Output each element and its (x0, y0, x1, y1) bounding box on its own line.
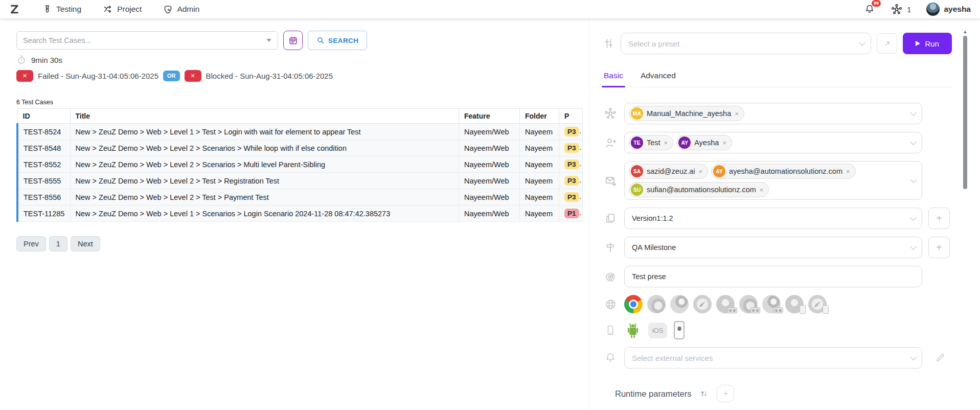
test-tube-icon (42, 5, 52, 14)
search-button-label: SEARCH (328, 37, 358, 44)
browser-safari-icon[interactable] (693, 295, 712, 313)
or-operator-badge[interactable]: OR (163, 71, 180, 81)
browser-firefox-icon[interactable] (647, 295, 666, 313)
tab-basic[interactable]: Basic (604, 71, 623, 87)
panel-scrollbar[interactable]: ▲ (963, 30, 968, 410)
chip-close-icon[interactable] (699, 168, 703, 175)
browser-chrome-headless-icon[interactable] (716, 295, 735, 313)
test-title-link[interactable]: New > ZeuZ Demo > Web > Level 2 > Scenar… (70, 156, 459, 173)
table-row[interactable]: TEST-8524 New > ZeuZ Demo > Web > Level … (17, 124, 583, 140)
browser-firefox-headless-icon[interactable] (739, 295, 758, 313)
preset-name-field[interactable] (624, 266, 922, 287)
priority-badge: P3 (564, 176, 579, 186)
panel-tabs: Basic Advanced (603, 71, 952, 87)
test-id-link[interactable]: TEST-8524 (17, 124, 70, 140)
emails-select[interactable]: SA sazid@zeuz.ai AY ayesha@automationsol… (624, 161, 922, 200)
chip-close-icon[interactable] (735, 110, 739, 118)
copy-icon (603, 212, 618, 224)
external-services-select[interactable]: Select external services (624, 347, 922, 369)
chip-avatar: AY (678, 136, 691, 149)
add-runtime-parameter-button[interactable] (717, 385, 734, 402)
test-cases-section: SEARCH 9min 30s Failed - Sun-Aug-31-04:0… (0, 18, 589, 410)
version-select[interactable]: Version1:1.2 (624, 208, 922, 229)
person-plus-icon (603, 136, 618, 149)
scrollbar-thumb[interactable] (963, 36, 967, 189)
table-row[interactable]: TEST-8548 New > ZeuZ Demo > Web > Level … (17, 140, 583, 156)
blocked-status-label: Blocked - Sun-Aug-31-04:05:06-2025 (206, 72, 333, 80)
bell-outline-icon (603, 352, 618, 364)
nav-item-project[interactable]: Project (103, 4, 142, 14)
sessions-indicator[interactable]: 1 (891, 3, 911, 15)
machine-row: MA Manual_Machine_ayesha (603, 103, 952, 124)
test-title-link[interactable]: New > ZeuZ Demo > Web > Level 2 > Test >… (70, 189, 459, 206)
edit-services-button[interactable] (928, 353, 952, 363)
user-chip: AY Ayesha (676, 135, 732, 150)
table-row[interactable]: TEST-8555 New > ZeuZ Demo > Web > Level … (17, 173, 583, 189)
priority-badge: P3 (564, 127, 579, 136)
milestone-select[interactable]: QA Milestone (624, 237, 922, 258)
test-id-link[interactable]: TEST-8552 (17, 156, 70, 173)
test-id-link[interactable]: TEST-11285 (17, 206, 70, 222)
priority-cell: P3 (559, 140, 583, 156)
browser-safari-windows-icon[interactable] (808, 295, 827, 313)
open-preset-button[interactable] (877, 33, 897, 54)
next-page-button[interactable]: Next (71, 236, 100, 252)
user-menu[interactable]: ayesha (926, 3, 971, 16)
folder-cell: Nayeem (520, 173, 559, 189)
search-test-cases-select[interactable] (16, 31, 278, 50)
chevron-down-icon (910, 243, 917, 250)
android-icon[interactable] (624, 321, 642, 339)
browser-chrome-windows-icon[interactable] (785, 295, 804, 313)
page-1-button[interactable]: 1 (49, 236, 67, 252)
ios-icon[interactable]: iOS (648, 323, 667, 338)
user-name: ayesha (944, 5, 971, 14)
mobile-icon (603, 324, 618, 336)
users-select[interactable]: TE Test AY Ayesha (624, 132, 922, 153)
nav-item-testing[interactable]: Testing (42, 5, 81, 14)
browser-chrome-icon[interactable] (624, 295, 643, 313)
add-milestone-button[interactable] (928, 237, 950, 258)
chip-close-icon[interactable] (722, 139, 726, 147)
failed-status-icon[interactable] (16, 70, 33, 82)
user-chip: TE Test (629, 135, 673, 150)
chip-close-icon[interactable] (760, 186, 764, 194)
table-row[interactable]: TEST-8552 New > ZeuZ Demo > Web > Level … (17, 156, 583, 173)
iphone-icon[interactable] (674, 321, 685, 339)
test-id-link[interactable]: TEST-8556 (17, 189, 70, 206)
chip-close-icon[interactable] (846, 168, 850, 175)
chip-close-icon[interactable] (664, 139, 668, 147)
chevron-down-icon (910, 214, 917, 221)
folder-cell: Nayeem (520, 206, 559, 222)
scrollbar-up-arrow[interactable]: ▲ (963, 30, 968, 34)
test-id-link[interactable]: TEST-8548 (17, 140, 70, 156)
calendar-button[interactable] (283, 31, 303, 50)
table-row[interactable]: TEST-11285 New > ZeuZ Demo > Web > Level… (17, 206, 583, 222)
browser-edge-icon[interactable] (670, 295, 689, 313)
route-icon (103, 4, 113, 14)
table-row[interactable]: TEST-8556 New > ZeuZ Demo > Web > Level … (17, 189, 583, 206)
add-version-button[interactable] (928, 208, 950, 229)
tab-advanced[interactable]: Advanced (641, 71, 676, 87)
search-button[interactable]: SEARCH (308, 31, 367, 50)
zeuz-logo-icon[interactable] (8, 3, 21, 16)
nav-item-admin[interactable]: Admin (163, 5, 199, 14)
browser-edge-headless-icon[interactable] (762, 295, 781, 313)
priority-cell: P1 (559, 206, 583, 222)
preset-name-input[interactable] (632, 272, 915, 281)
blocked-status-icon[interactable] (185, 70, 201, 82)
test-title-link[interactable]: New > ZeuZ Demo > Web > Level 1 > Scenar… (70, 206, 459, 222)
test-title-link[interactable]: New > ZeuZ Demo > Web > Level 2 > Test >… (70, 173, 459, 189)
chip-avatar: SU (631, 184, 643, 196)
sliders-icon (603, 37, 615, 50)
run-button[interactable]: Run (903, 33, 952, 54)
test-id-link[interactable]: TEST-8555 (17, 173, 70, 189)
preset-select[interactable]: Select a preset (621, 33, 871, 54)
search-input[interactable] (23, 36, 266, 44)
sort-arrows-icon (699, 389, 709, 399)
chevron-down-icon (910, 354, 917, 360)
notifications-button[interactable]: 99 (864, 4, 875, 15)
test-title-link[interactable]: New > ZeuZ Demo > Web > Level 2 > Scenar… (70, 140, 459, 156)
machine-select[interactable]: MA Manual_Machine_ayesha (624, 103, 922, 124)
prev-page-button[interactable]: Prev (16, 236, 46, 252)
test-title-link[interactable]: New > ZeuZ Demo > Web > Level 1 > Test >… (70, 124, 459, 140)
